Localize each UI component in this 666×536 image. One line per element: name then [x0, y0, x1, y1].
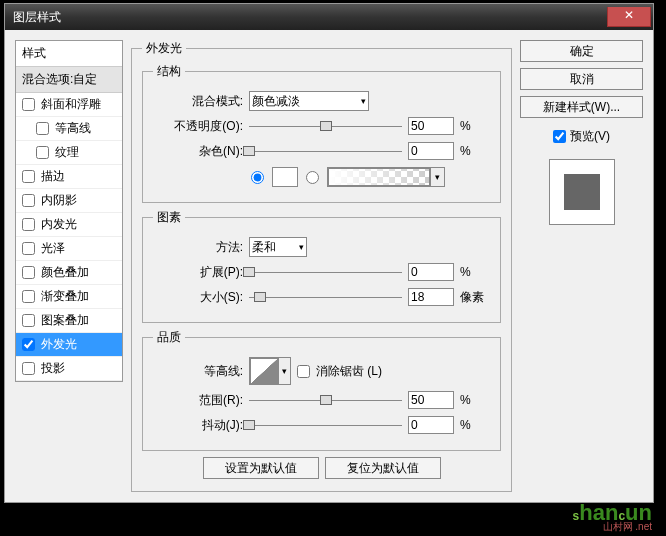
- style-item-label: 内阴影: [41, 192, 77, 209]
- range-slider[interactable]: [249, 393, 402, 407]
- size-input[interactable]: [408, 288, 454, 306]
- size-slider[interactable]: [249, 290, 402, 304]
- style-item-label: 渐变叠加: [41, 288, 89, 305]
- solid-color-radio[interactable]: [251, 171, 264, 184]
- structure-legend: 结构: [153, 63, 185, 80]
- range-label: 范围(R):: [153, 392, 243, 409]
- technique-value: 柔和: [252, 239, 276, 256]
- antialias-checkbox[interactable]: [297, 365, 310, 378]
- opacity-label: 不透明度(O):: [153, 118, 243, 135]
- contour-label: 等高线:: [153, 363, 243, 380]
- style-item-label: 投影: [41, 360, 65, 377]
- structure-group: 结构 混合模式: 颜色减淡 ▾ 不透明度(O): %: [142, 63, 501, 203]
- chevron-down-icon: ▾: [361, 96, 366, 106]
- ok-button[interactable]: 确定: [520, 40, 643, 62]
- new-style-button[interactable]: 新建样式(W)...: [520, 96, 643, 118]
- blend-mode-label: 混合模式:: [153, 93, 243, 110]
- chevron-down-icon[interactable]: ▾: [278, 358, 290, 384]
- style-item[interactable]: 内阴影: [16, 189, 122, 213]
- style-checkbox[interactable]: [22, 170, 35, 183]
- style-checkbox[interactable]: [22, 98, 35, 111]
- style-checkbox[interactable]: [22, 314, 35, 327]
- jitter-input[interactable]: [408, 416, 454, 434]
- panel-title: 外发光: [142, 40, 186, 57]
- style-item-label: 光泽: [41, 240, 65, 257]
- technique-select[interactable]: 柔和 ▾: [249, 237, 307, 257]
- style-item[interactable]: 颜色叠加: [16, 261, 122, 285]
- noise-input[interactable]: [408, 142, 454, 160]
- range-input[interactable]: [408, 391, 454, 409]
- preview-checkbox[interactable]: [553, 130, 566, 143]
- style-checkbox[interactable]: [22, 362, 35, 375]
- outer-glow-panel: 外发光 结构 混合模式: 颜色减淡 ▾ 不透明度(O): %: [131, 40, 512, 492]
- noise-unit: %: [460, 144, 490, 158]
- jitter-unit: %: [460, 418, 490, 432]
- style-item-label: 斜面和浮雕: [41, 96, 101, 113]
- cancel-button[interactable]: 取消: [520, 68, 643, 90]
- style-checkbox[interactable]: [22, 194, 35, 207]
- style-checkbox[interactable]: [22, 242, 35, 255]
- technique-label: 方法:: [153, 239, 243, 256]
- quality-group: 品质 等高线: ▾ 消除锯齿 (L) 范围(R):: [142, 329, 501, 451]
- style-checkbox[interactable]: [22, 338, 35, 351]
- jitter-label: 抖动(J):: [153, 417, 243, 434]
- quality-legend: 品质: [153, 329, 185, 346]
- style-item[interactable]: 描边: [16, 165, 122, 189]
- gradient-radio[interactable]: [306, 171, 319, 184]
- styles-header[interactable]: 样式: [16, 41, 122, 67]
- preview-label: 预览(V): [570, 128, 610, 145]
- style-checkbox[interactable]: [36, 146, 49, 159]
- elements-legend: 图素: [153, 209, 185, 226]
- jitter-slider[interactable]: [249, 418, 402, 432]
- style-item[interactable]: 外发光: [16, 333, 122, 357]
- gradient-picker[interactable]: ▾: [327, 167, 445, 187]
- set-default-button[interactable]: 设置为默认值: [203, 457, 319, 479]
- spread-unit: %: [460, 265, 490, 279]
- style-checkbox[interactable]: [36, 122, 49, 135]
- spread-slider[interactable]: [249, 265, 402, 279]
- noise-label: 杂色(N):: [153, 143, 243, 160]
- style-item-label: 内发光: [41, 216, 77, 233]
- solid-color-swatch[interactable]: [272, 167, 298, 187]
- style-item-label: 颜色叠加: [41, 264, 89, 281]
- style-item[interactable]: 图案叠加: [16, 309, 122, 333]
- contour-swatch: [250, 358, 278, 384]
- watermark-sub: 山村网 .net: [603, 520, 652, 534]
- opacity-slider[interactable]: [249, 119, 402, 133]
- size-label: 大小(S):: [153, 289, 243, 306]
- size-unit: 像素: [460, 289, 490, 306]
- style-checkbox[interactable]: [22, 266, 35, 279]
- preview-box: [549, 159, 615, 225]
- style-item[interactable]: 渐变叠加: [16, 285, 122, 309]
- noise-slider[interactable]: [249, 144, 402, 158]
- style-checkbox[interactable]: [22, 290, 35, 303]
- style-item-label: 描边: [41, 168, 65, 185]
- window-title: 图层样式: [13, 9, 61, 26]
- preview-swatch: [564, 174, 600, 210]
- chevron-down-icon: ▾: [299, 242, 304, 252]
- opacity-unit: %: [460, 119, 490, 133]
- range-unit: %: [460, 393, 490, 407]
- style-checkbox[interactable]: [22, 218, 35, 231]
- opacity-input[interactable]: [408, 117, 454, 135]
- contour-picker[interactable]: ▾: [249, 357, 291, 385]
- gradient-swatch: [328, 168, 430, 186]
- style-item[interactable]: 光泽: [16, 237, 122, 261]
- style-item-label: 外发光: [41, 336, 77, 353]
- spread-label: 扩展(P):: [153, 264, 243, 281]
- style-item-label: 纹理: [55, 144, 79, 161]
- blend-mode-select[interactable]: 颜色减淡 ▾: [249, 91, 369, 111]
- close-button[interactable]: ✕: [607, 7, 651, 27]
- chevron-down-icon[interactable]: ▾: [430, 168, 444, 186]
- spread-input[interactable]: [408, 263, 454, 281]
- style-item[interactable]: 等高线: [16, 117, 122, 141]
- style-item[interactable]: 纹理: [16, 141, 122, 165]
- blend-options-item[interactable]: 混合选项:自定: [16, 67, 122, 93]
- style-item-label: 图案叠加: [41, 312, 89, 329]
- style-item[interactable]: 斜面和浮雕: [16, 93, 122, 117]
- style-item-label: 等高线: [55, 120, 91, 137]
- style-item[interactable]: 投影: [16, 357, 122, 381]
- style-item[interactable]: 内发光: [16, 213, 122, 237]
- titlebar: 图层样式 ✕: [5, 4, 653, 30]
- reset-default-button[interactable]: 复位为默认值: [325, 457, 441, 479]
